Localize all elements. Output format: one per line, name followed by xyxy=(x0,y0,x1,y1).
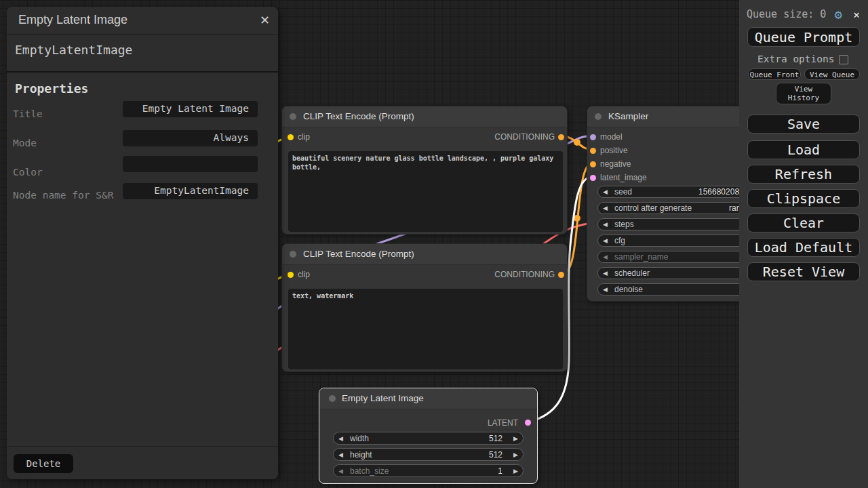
delete-button[interactable]: Delete xyxy=(14,454,73,473)
button-label: Save xyxy=(787,116,820,132)
node-title: CLIP Text Encode (Prompt) xyxy=(303,249,414,259)
model-input-label: model xyxy=(600,132,623,142)
prompt-textarea[interactable]: text, watermark xyxy=(288,289,563,369)
width-widget[interactable]: ◀ width 512 ▶ xyxy=(333,432,524,445)
negative-input-port[interactable] xyxy=(590,161,596,167)
decrement-arrow-icon[interactable]: ◀ xyxy=(603,286,608,293)
decrement-arrow-icon[interactable]: ◀ xyxy=(603,237,608,244)
field-value: Always xyxy=(214,132,249,143)
batch-size-widget[interactable]: ◀ batch_size 1 ▶ xyxy=(333,464,524,477)
node-title-bar[interactable]: CLIP Text Encode (Prompt) xyxy=(282,244,567,265)
node-properties-panel: Empty Latent Image ✕ EmptyLatentImage Pr… xyxy=(7,7,278,479)
clip-input-label: clip xyxy=(298,132,310,142)
button-label: Clipspace xyxy=(767,190,840,207)
node-empty-latent-image[interactable]: Empty Latent Image LATENT ◀ width 512 ▶ … xyxy=(319,388,538,484)
extra-options-row: Extra options xyxy=(739,54,868,66)
reset-view-button[interactable]: Reset View xyxy=(747,262,860,281)
button-label: Load Default xyxy=(755,239,853,256)
view-history-button[interactable]: View History xyxy=(776,83,831,104)
mode-field[interactable]: Always xyxy=(123,130,258,146)
collapse-dot-icon[interactable] xyxy=(290,251,296,258)
field-label-node-name: Node name for S&R xyxy=(13,188,121,202)
widget-label: denoise xyxy=(614,285,643,294)
widget-label: batch_size xyxy=(350,466,389,476)
model-input-port[interactable] xyxy=(590,134,596,140)
node-clip-text-encode-negative[interactable]: CLIP Text Encode (Prompt) clip CONDITION… xyxy=(281,243,568,372)
gear-icon[interactable]: ⚙ xyxy=(835,7,842,22)
node-title: Empty Latent Image xyxy=(342,393,424,403)
positive-input-label: positive xyxy=(600,146,628,155)
button-label: Refresh xyxy=(775,166,832,182)
extra-options-label: Extra options xyxy=(757,54,835,64)
increment-arrow-icon[interactable]: ▶ xyxy=(513,451,518,458)
close-icon[interactable]: ✕ xyxy=(853,8,860,21)
collapse-dot-icon[interactable] xyxy=(595,113,601,120)
conditioning-output-label: CONDITIONING xyxy=(494,132,555,142)
panel-title-bar: Empty Latent Image ✕ xyxy=(7,7,278,35)
extra-options-checkbox[interactable] xyxy=(839,55,848,64)
clip-input-port[interactable] xyxy=(288,134,294,140)
divider xyxy=(7,446,278,447)
collapse-dot-icon[interactable] xyxy=(329,395,336,402)
properties-heading: Properties xyxy=(15,81,88,96)
decrement-arrow-icon[interactable]: ◀ xyxy=(338,435,343,442)
queue-size-row: Queue size: 0 ⚙ ✕ xyxy=(739,7,868,22)
title-field[interactable]: Empty Latent Image xyxy=(123,101,258,117)
height-widget[interactable]: ◀ height 512 ▶ xyxy=(333,448,524,461)
queue-front-button[interactable]: Queue Front xyxy=(748,68,801,80)
button-label: Queue Prompt xyxy=(755,29,853,45)
widget-label: control after generate xyxy=(614,203,692,213)
widget-label: width xyxy=(350,434,369,443)
field-value: Empty Latent Image xyxy=(142,103,249,114)
comfyui-canvas[interactable]: CLIP Text Encode (Prompt) clip CONDITION… xyxy=(0,0,868,488)
latent-output-port[interactable] xyxy=(525,420,531,426)
clipspace-button[interactable]: Clipspace xyxy=(747,189,860,208)
button-label: View History xyxy=(783,85,824,102)
node-clip-text-encode-positive[interactable]: CLIP Text Encode (Prompt) clip CONDITION… xyxy=(281,106,568,235)
decrement-arrow-icon[interactable]: ◀ xyxy=(338,451,343,458)
collapse-dot-icon[interactable] xyxy=(290,113,296,120)
button-label: Reset View xyxy=(763,264,844,280)
latent-image-input-label: latent_image xyxy=(600,173,647,182)
comfy-menu-panel: Queue size: 0 ⚙ ✕ Queue Prompt Extra opt… xyxy=(739,0,868,488)
queue-size-label: Queue size: 0 xyxy=(747,8,826,20)
increment-arrow-icon[interactable]: ▶ xyxy=(513,468,518,474)
node-title: CLIP Text Encode (Prompt) xyxy=(303,111,414,121)
widget-value: 1 xyxy=(498,466,502,476)
field-label-color: Color xyxy=(13,165,121,179)
conditioning-output-port[interactable] xyxy=(558,134,564,140)
negative-input-label: negative xyxy=(600,159,631,169)
color-field[interactable] xyxy=(123,156,258,172)
node-title-bar[interactable]: Empty Latent Image xyxy=(319,388,537,409)
node-title-bar[interactable]: CLIP Text Encode (Prompt) xyxy=(282,106,567,127)
node-type-name: EmptyLatentImage xyxy=(15,43,132,57)
latent-image-input-port[interactable] xyxy=(590,175,596,181)
decrement-arrow-icon[interactable]: ◀ xyxy=(603,221,608,228)
conditioning-output-label: CONDITIONING xyxy=(494,270,555,279)
view-queue-button[interactable]: View Queue xyxy=(804,68,860,80)
widget-label: seed xyxy=(614,187,632,197)
button-label: Load xyxy=(787,142,820,158)
clip-input-port[interactable] xyxy=(288,272,294,278)
load-default-button[interactable]: Load Default xyxy=(747,238,860,257)
positive-input-port[interactable] xyxy=(590,148,596,154)
decrement-arrow-icon[interactable]: ◀ xyxy=(603,270,608,277)
node-title: KSampler xyxy=(608,111,648,121)
load-button[interactable]: Load xyxy=(747,140,860,159)
queue-prompt-button[interactable]: Queue Prompt xyxy=(747,27,860,47)
decrement-arrow-icon[interactable]: ◀ xyxy=(603,188,608,195)
refresh-button[interactable]: Refresh xyxy=(747,165,860,184)
decrement-arrow-icon[interactable]: ◀ xyxy=(603,205,608,211)
conditioning-output-port[interactable] xyxy=(558,272,564,278)
widget-label: height xyxy=(350,450,372,460)
close-icon[interactable]: ✕ xyxy=(260,13,270,28)
clear-button[interactable]: Clear xyxy=(747,214,860,232)
decrement-arrow-icon[interactable]: ◀ xyxy=(603,253,608,260)
save-button[interactable]: Save xyxy=(747,115,860,134)
snr-name-field[interactable]: EmptyLatentImage xyxy=(123,183,258,199)
widget-label: sampler_name xyxy=(614,252,668,262)
increment-arrow-icon[interactable]: ▶ xyxy=(513,435,518,442)
prompt-textarea[interactable]: beautiful scenery nature glass bottle la… xyxy=(288,151,563,232)
decrement-arrow-icon[interactable]: ◀ xyxy=(338,468,343,474)
panel-title: Empty Latent Image xyxy=(18,13,127,27)
